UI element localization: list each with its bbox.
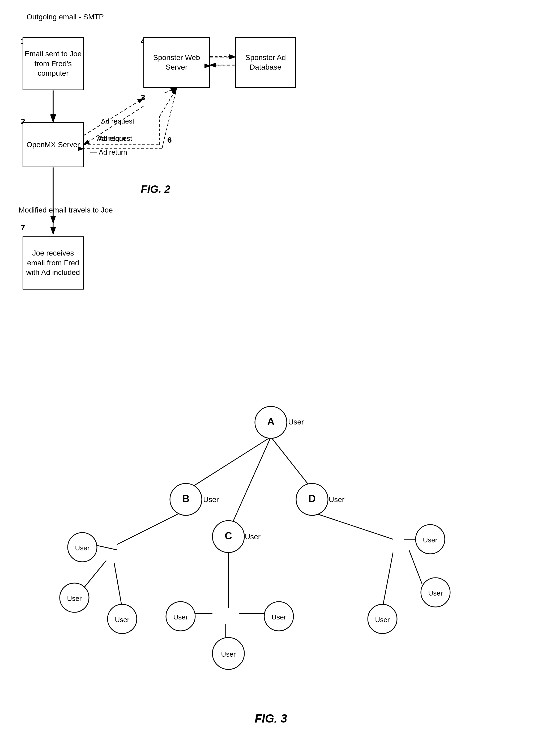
svg-line-27 (117, 513, 181, 545)
svg-line-34 (382, 553, 393, 608)
svg-text:C: C (225, 530, 232, 541)
svg-text:User: User (75, 544, 90, 552)
fig3-svg: A User B User C User D User User User Us… (0, 396, 542, 736)
svg-text:User: User (221, 650, 236, 658)
svg-text:User: User (375, 616, 390, 624)
box5-sponster-ad: Sponster Ad Database (235, 37, 296, 88)
svg-text:B: B (182, 493, 189, 504)
box4-sponster-web: Sponster Web Server (143, 37, 210, 88)
svg-line-33 (409, 550, 422, 584)
num6-label: 6 (167, 135, 172, 145)
fig2-diagram: Outgoing email - SMTP 1 2 3 4 5 6 7 Emai… (0, 5, 542, 390)
svg-line-17 (159, 88, 177, 117)
svg-line-24 (191, 437, 271, 487)
svg-line-4 (84, 98, 143, 135)
svg-text:D: D (308, 493, 315, 504)
svg-text:User: User (245, 533, 261, 541)
svg-text:User: User (272, 613, 286, 621)
box7-joe-receives: Joe receives email from Fred with Ad inc… (23, 236, 84, 290)
svg-text:User: User (115, 616, 130, 624)
svg-text:User: User (329, 495, 344, 504)
svg-text:Ad request: Ad request (101, 117, 135, 125)
svg-text:User: User (423, 536, 438, 544)
modified-label: Modified email travels to Joe (19, 206, 113, 214)
svg-text:— Ad return: — Ad return (90, 148, 127, 156)
fig3-diagram: A User B User C User D User User User Us… (0, 396, 542, 752)
svg-line-10 (165, 88, 177, 93)
num7-label: 7 (21, 223, 25, 232)
page-container: Outgoing email - SMTP 1 2 3 4 5 6 7 Emai… (0, 0, 542, 385)
svg-text:FIG. 3: FIG. 3 (255, 712, 287, 725)
svg-line-25 (231, 437, 271, 526)
box1-email-sent: Email sent to Joe from Fred's computer (23, 37, 84, 90)
svg-text:User: User (173, 613, 188, 621)
svg-text:A: A (267, 416, 274, 427)
svg-text:— Ad request: — Ad request (90, 134, 132, 142)
svg-text:User: User (67, 594, 82, 602)
svg-text:User: User (203, 495, 219, 504)
svg-line-26 (271, 437, 311, 487)
svg-line-6 (84, 106, 143, 145)
svg-line-29 (82, 560, 106, 590)
box2-openmx: OpenMX Server (23, 122, 84, 167)
svg-text:Ad return: Ad return (97, 134, 125, 142)
fig2-title: FIG. 2 (141, 183, 170, 195)
outgoing-label: Outgoing email - SMTP (27, 13, 104, 21)
svg-text:User: User (428, 589, 443, 597)
svg-line-31 (313, 513, 393, 539)
svg-line-30 (114, 563, 122, 608)
svg-text:User: User (288, 418, 304, 426)
num3-label: 3 (141, 93, 145, 102)
